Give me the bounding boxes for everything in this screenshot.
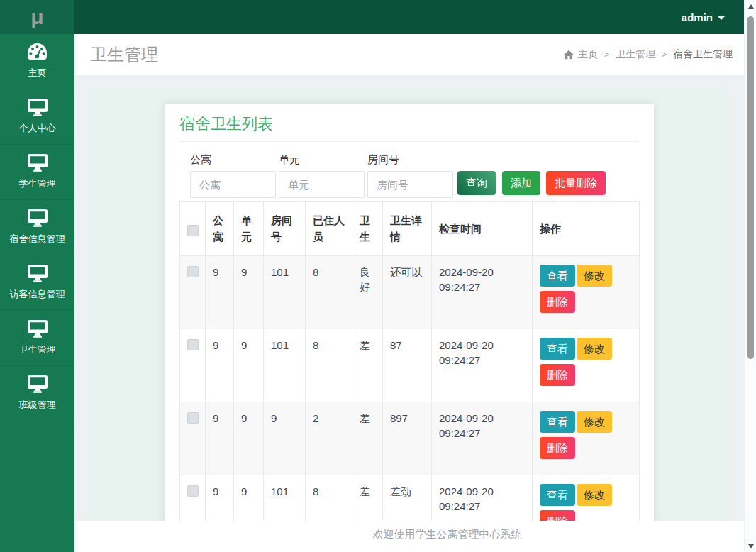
sidebar-item-4[interactable]: 宿舍信息管理 bbox=[0, 200, 74, 255]
sidebar-item-label: 班级管理 bbox=[19, 399, 56, 412]
brand-logo[interactable]: μ bbox=[0, 0, 74, 34]
room-input[interactable] bbox=[367, 171, 453, 198]
scrollbar-thumb[interactable] bbox=[747, 16, 754, 359]
delete-button[interactable]: 删除 bbox=[540, 437, 575, 459]
sidebar-item-label: 卫生管理 bbox=[19, 343, 56, 356]
sidebar-item-7[interactable]: 班级管理 bbox=[0, 366, 74, 421]
table-cell: 还可以 bbox=[383, 256, 432, 329]
bulk-delete-button[interactable]: 批量删除 bbox=[546, 171, 606, 195]
apartment-input[interactable] bbox=[190, 171, 276, 198]
table-cell: 差 bbox=[352, 329, 383, 402]
scrollbar-up-arrow[interactable] bbox=[745, 0, 756, 12]
column-header: 卫生详情 bbox=[383, 202, 432, 256]
column-header: 检查时间 bbox=[432, 202, 533, 256]
actions-cell: 查看修改删除 bbox=[533, 329, 640, 402]
table-row: 991018良好还可以2024-09-20 09:24:27查看修改删除 bbox=[180, 256, 640, 329]
table-cell: 9 bbox=[234, 256, 264, 329]
sidebar-item-2[interactable]: 个人中心 bbox=[0, 89, 74, 145]
header-checkbox-cell bbox=[180, 202, 206, 256]
sidebar-item-label: 学生管理 bbox=[19, 177, 56, 190]
sidebar-item-3[interactable]: 学生管理 bbox=[0, 145, 74, 200]
table-cell: 9 bbox=[206, 329, 234, 402]
filter-group-apartment: 公寓 bbox=[190, 154, 276, 198]
delete-button[interactable]: 删除 bbox=[540, 364, 575, 386]
edit-button[interactable]: 修改 bbox=[577, 484, 612, 506]
filter-group-room: 房间号 bbox=[367, 154, 453, 198]
footer-text: 欢迎使用学生公寓管理中心系统 bbox=[74, 528, 744, 545]
caret-down-icon bbox=[718, 16, 725, 20]
query-button[interactable]: 查询 bbox=[457, 171, 496, 195]
view-button[interactable]: 查看 bbox=[540, 411, 575, 433]
view-button[interactable]: 查看 bbox=[540, 338, 575, 360]
up-triangle-icon bbox=[748, 4, 754, 9]
edit-button[interactable]: 修改 bbox=[577, 411, 612, 433]
view-button[interactable]: 查看 bbox=[540, 484, 575, 506]
filter-bar: 公寓 单元 房间号 查询 添加 批量删除 bbox=[190, 154, 639, 198]
card-divider bbox=[179, 141, 639, 142]
desktop-icon bbox=[28, 375, 48, 394]
table-cell: 良好 bbox=[352, 256, 383, 329]
table-cell: 9 bbox=[206, 402, 234, 475]
row-checkbox[interactable] bbox=[187, 339, 199, 350]
desktop-icon bbox=[28, 265, 48, 283]
table-body: 991018良好还可以2024-09-20 09:24:27查看修改删除9910… bbox=[180, 256, 640, 548]
table-cell: 2024-09-20 09:24:27 bbox=[432, 256, 533, 329]
table-row: 991018差872024-09-20 09:24:27查看修改删除 bbox=[180, 329, 640, 402]
breadcrumb-module[interactable]: 卫生管理 bbox=[616, 48, 655, 61]
desktop-icon bbox=[28, 154, 48, 172]
table-cell: 2 bbox=[306, 402, 352, 475]
sidebar-item-5[interactable]: 访客信息管理 bbox=[0, 255, 74, 311]
desktop-icon bbox=[28, 99, 48, 117]
scrollbar-down-arrow[interactable] bbox=[745, 540, 756, 552]
add-button[interactable]: 添加 bbox=[502, 171, 540, 195]
checkbox-cell bbox=[180, 402, 206, 475]
table-cell: 101 bbox=[264, 256, 306, 329]
unit-label: 单元 bbox=[279, 154, 365, 165]
sidebar-item-1[interactable]: 主页 bbox=[0, 34, 74, 89]
list-card: 宿舍卫生列表 公寓 单元 房间号 查询 添加 批量删除 bbox=[165, 104, 654, 552]
breadcrumb-home[interactable]: 主页 bbox=[578, 48, 598, 61]
column-header: 操作 bbox=[533, 202, 640, 256]
edit-button[interactable]: 修改 bbox=[577, 338, 612, 360]
sidebar-item-6[interactable]: 卫生管理 bbox=[0, 311, 74, 366]
row-checkbox[interactable] bbox=[187, 485, 199, 497]
sidebar-item-label: 个人中心 bbox=[19, 122, 56, 135]
user-name: admin bbox=[682, 11, 713, 23]
brand-logo-letter: μ bbox=[30, 5, 43, 29]
table-cell: 2024-09-20 09:24:27 bbox=[432, 329, 533, 402]
column-header: 房间号 bbox=[264, 202, 306, 256]
select-all-checkbox[interactable] bbox=[187, 225, 199, 236]
table-cell: 9 bbox=[234, 329, 264, 402]
topbar: admin bbox=[74, 0, 744, 34]
vertical-scrollbar[interactable] bbox=[744, 0, 756, 552]
sidebar-item-label: 主页 bbox=[28, 67, 47, 79]
table-cell: 9 bbox=[234, 402, 264, 475]
table-cell: 9 bbox=[206, 256, 234, 329]
filter-group-unit: 单元 bbox=[279, 154, 365, 198]
table-cell: 87 bbox=[383, 329, 432, 402]
sidebar-menu: 主页个人中心学生管理宿舍信息管理访客信息管理卫生管理班级管理 bbox=[0, 34, 74, 421]
column-header: 公寓 bbox=[206, 202, 234, 256]
user-menu[interactable]: admin bbox=[682, 0, 725, 34]
delete-button[interactable]: 删除 bbox=[540, 291, 575, 313]
table-cell: 差 bbox=[352, 402, 383, 475]
desktop-icon bbox=[28, 320, 48, 338]
row-checkbox[interactable] bbox=[187, 266, 199, 277]
card-title: 宿舍卫生列表 bbox=[179, 114, 639, 134]
table-cell: 8 bbox=[306, 256, 352, 329]
unit-input[interactable] bbox=[279, 171, 365, 198]
table-cell: 101 bbox=[264, 329, 306, 402]
table-header-row: 公寓单元房间号已住人员卫生卫生详情检查时间操作 bbox=[180, 202, 640, 256]
checkbox-cell bbox=[180, 329, 206, 402]
footer: 欢迎使用学生公寓管理中心系统 bbox=[74, 521, 744, 552]
breadcrumb-current: 宿舍卫生管理 bbox=[673, 48, 733, 61]
dashboard-icon bbox=[28, 43, 47, 62]
edit-button[interactable]: 修改 bbox=[577, 265, 612, 287]
column-header: 卫生 bbox=[352, 202, 383, 256]
page-header: 卫生管理 主页 > 卫生管理 > 宿舍卫生管理 bbox=[74, 34, 744, 75]
desktop-icon bbox=[28, 209, 48, 228]
filter-buttons: 查询 添加 批量删除 bbox=[457, 154, 606, 195]
actions-cell: 查看修改删除 bbox=[533, 256, 640, 329]
row-checkbox[interactable] bbox=[187, 412, 199, 424]
view-button[interactable]: 查看 bbox=[540, 265, 575, 287]
